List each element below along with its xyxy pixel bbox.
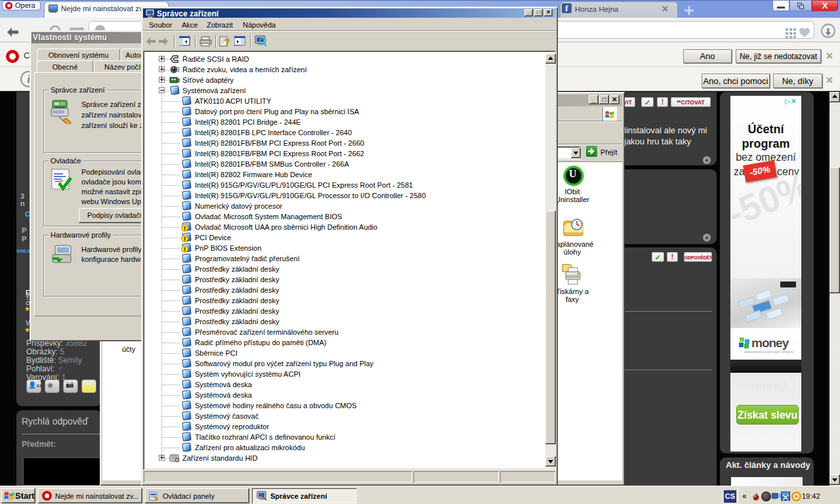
svg-text:?: ?: [224, 37, 230, 47]
